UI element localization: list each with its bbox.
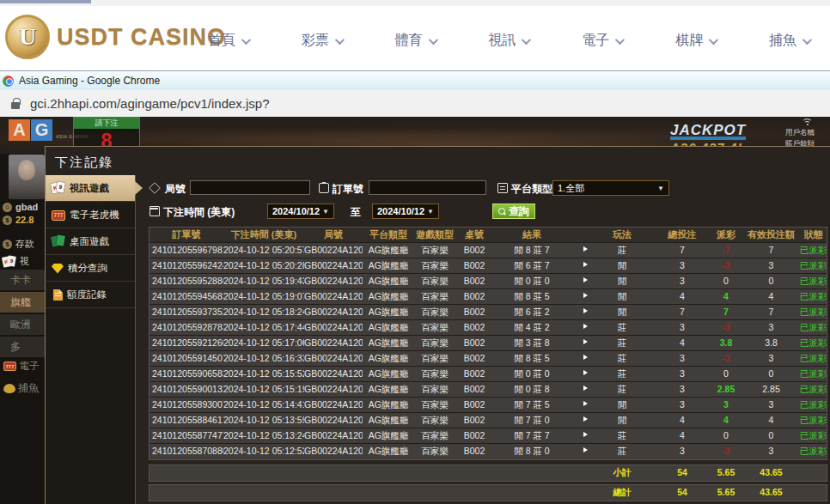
platform-icon	[497, 183, 508, 193]
cell-play: 莊	[588, 382, 656, 397]
cell-play-video	[571, 398, 588, 412]
cell-play: 閒	[588, 258, 656, 273]
cell-round: GB00224A120D9	[304, 367, 363, 381]
cell-play-video	[571, 258, 588, 273]
document-icon	[53, 289, 63, 301]
nav-item-3[interactable]: 體育	[395, 32, 436, 50]
money-bag-icon: $	[3, 216, 12, 225]
cell-status: 已派彩	[798, 382, 828, 397]
table-row: 2410120559145072024-10-12 05:16:33GB0022…	[150, 351, 827, 367]
cell-payout: 3.8	[708, 336, 744, 350]
cell-payout: -3	[708, 320, 744, 335]
chevron-down-icon	[428, 34, 437, 44]
cell-order: 241012055893007	[150, 398, 223, 412]
to-label: 至	[351, 205, 361, 220]
nav-item-label: 首頁	[208, 32, 235, 50]
bg-menu-item-3: 歐洲	[0, 314, 45, 335]
table-row: 2410120559001322024-10-12 05:15:19GB0022…	[150, 382, 827, 398]
cell-result: 閒 6 莊 2	[493, 305, 571, 319]
cell-order: 241012055962424	[150, 258, 223, 273]
round-label: 局號	[165, 182, 186, 197]
sidebar-item-1[interactable]: K9視訊遊戲	[46, 175, 135, 202]
header-cell: 桌號	[455, 228, 493, 242]
table-row: 2410120559456832024-10-12 05:19:07GB0022…	[150, 289, 827, 305]
cell-time: 2024-10-12 05:18:24	[223, 305, 304, 319]
cards-icon: K9	[52, 182, 65, 194]
summary-value: 5.65	[708, 465, 744, 481]
cell-platform: AG旗艦廳	[363, 289, 414, 304]
header-cell: 局號	[304, 228, 363, 242]
background-left-menu: ☺ gbad $ 22.8 $ 存款 K9 視 卡卡旗艦歐洲多 777電子捕魚	[0, 117, 45, 504]
screen: U USDT CASINO 首頁彩票體育視訊電子棋牌捕魚 Asia Gaming…	[0, 0, 830, 504]
cell-game: 百家樂	[414, 305, 455, 319]
cell-table: B002	[455, 382, 493, 397]
summary-value: 54	[656, 485, 708, 501]
summary-value	[223, 485, 304, 501]
round-input[interactable]	[190, 180, 310, 195]
cell-play: 莊	[588, 336, 656, 350]
total-row: 總計545.6543.65	[149, 484, 827, 501]
platform-select[interactable]: 1.全部▼	[552, 180, 669, 196]
sidebar-item-3[interactable]: 桌面遊戲	[46, 228, 135, 255]
cell-table: B002	[455, 274, 493, 288]
summary-value	[304, 485, 363, 501]
subtotal-row: 小計545.6543.65	[149, 465, 827, 482]
nav-item-1[interactable]: 首頁	[208, 32, 248, 50]
nav-item-2[interactable]: 彩票	[302, 32, 342, 50]
site-logo[interactable]: U USDT CASINO	[5, 15, 226, 59]
deposit-label: 存款	[15, 238, 34, 251]
sidebar-item-2[interactable]: 777電子老虎機	[46, 202, 135, 228]
cell-round: GB00224A120DG	[304, 258, 363, 273]
cell-play: 莊	[588, 320, 656, 335]
cell-platform: AG旗艦廳	[363, 428, 414, 443]
sidebar-item-label: 視訊遊戲	[70, 182, 109, 195]
nav-item-label: 捕魚	[769, 32, 796, 50]
cell-valid: 0	[744, 428, 798, 443]
date-to-value: 2024/10/12	[377, 206, 424, 216]
coin-logo-icon: U	[5, 15, 50, 59]
sidebar-item-5[interactable]: 額度記錄	[46, 282, 135, 308]
table-row: 2410120559373522024-10-12 05:18:24GB0022…	[150, 305, 827, 320]
chevron-down-icon	[709, 34, 718, 44]
cell-bet: 3	[656, 320, 708, 335]
date-to-select[interactable]: 2024/10/12▼	[372, 203, 439, 219]
bet-table-body: 2410120559679812024-10-12 05:20:57GB0022…	[150, 243, 827, 459]
cell-game: 百家樂	[414, 398, 455, 412]
cell-valid: 7	[744, 305, 798, 319]
cell-platform: AG旗艦廳	[363, 351, 414, 366]
summary-value	[414, 465, 455, 481]
cell-play-video	[571, 444, 588, 459]
cell-status: 已派彩	[798, 320, 828, 335]
cell-order: 241012055928783	[150, 320, 223, 335]
cell-time: 2024-10-12 05:17:44	[223, 320, 304, 335]
cell-valid: 4	[744, 413, 798, 428]
sidebar-item-4[interactable]: 積分查詢	[46, 255, 135, 282]
table-row: 2410120559679812024-10-12 05:20:57GB0022…	[150, 243, 827, 258]
bg-menu-item-1: 卡卡	[0, 270, 45, 290]
nav-item-4[interactable]: 視訊	[488, 32, 528, 50]
date-from-select[interactable]: 2024/10/12▼	[267, 203, 334, 219]
browser-top-strip	[0, 0, 830, 6]
date-from-value: 2024/10/12	[272, 206, 320, 216]
nav-item-5[interactable]: 電子	[582, 32, 622, 50]
deposit-row: $ 存款	[3, 238, 34, 251]
nav-item-7[interactable]: 捕魚	[769, 32, 809, 50]
header-cell: 遊戲類型	[414, 228, 455, 242]
cell-play: 莊	[588, 444, 656, 459]
bet-time-label: 下注時間 (美東)	[163, 205, 235, 220]
cell-play: 閒	[588, 413, 656, 428]
cell-play-video	[571, 274, 588, 288]
site-header: U USDT CASINO 首頁彩票體育視訊電子棋牌捕魚	[0, 6, 830, 70]
address-bar[interactable]: gci.2hhapi.com/agingame/pcv1/index.jsp?	[0, 90, 830, 117]
nav-item-6[interactable]: 棋牌	[675, 32, 716, 50]
cell-payout: -3	[708, 351, 744, 366]
search-button-label: 查詢	[509, 204, 529, 219]
cell-table: B002	[455, 428, 493, 443]
bg-menu-item-4: 多	[0, 337, 45, 357]
cell-payout: 2.85	[708, 382, 744, 397]
search-icon	[498, 208, 506, 216]
order-input[interactable]	[369, 180, 486, 195]
bet-countdown-label: 請下注	[74, 118, 139, 129]
cell-game: 百家樂	[414, 320, 455, 335]
search-button[interactable]: 查詢	[492, 203, 535, 219]
